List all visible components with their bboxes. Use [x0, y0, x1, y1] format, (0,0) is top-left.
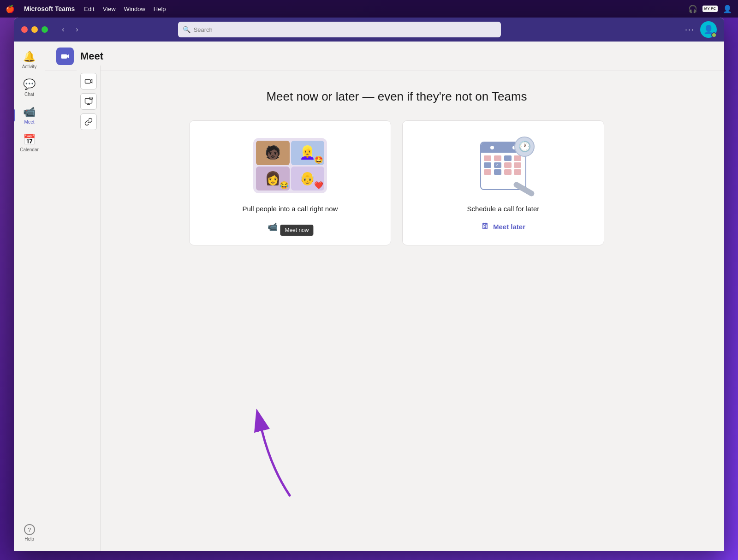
meet-now-btn-wrapper: 📹 Meet now Meet now	[268, 222, 313, 232]
video-cell-4: 👴 ❤️	[291, 167, 325, 191]
forward-button[interactable]: ›	[71, 24, 83, 36]
meet-now-tooltip: Meet now	[280, 225, 313, 236]
chat-icon: 💬	[23, 78, 36, 90]
minimize-button[interactable]	[31, 26, 38, 33]
apple-user-icon: 👤	[722, 4, 732, 14]
avatar-face-3: 👩	[265, 172, 281, 185]
search-icon: 🔍	[183, 26, 190, 33]
sidebar-label-chat: Chat	[24, 92, 34, 97]
more-options-button[interactable]: ···	[685, 25, 695, 35]
main-content: Meet Meet now or later — even if they're…	[45, 42, 724, 551]
video-grid: 🧑🏿 👱‍♀️ 🤩 👩 😂	[253, 138, 327, 193]
calendar-icon: 📅	[23, 134, 36, 146]
meet-now-card: 🧑🏿 👱‍♀️ 🤩 👩 😂	[189, 120, 391, 245]
cal-cell	[504, 169, 512, 175]
sidebar-item-calendar[interactable]: 📅 Calendar	[17, 130, 42, 156]
app-window: ‹ › 🔍 ··· 👤 🔔 Activity 💬	[14, 18, 724, 551]
meet-now-illustration: 🧑🏿 👱‍♀️ 🤩 👩 😂	[253, 136, 327, 196]
cal-cell	[494, 155, 501, 161]
meet-later-icon: 🗓	[481, 222, 489, 232]
emoji-overlay-4: ❤️	[314, 181, 323, 190]
meet-now-icon: 📹	[268, 222, 278, 232]
video-cell-3: 👩 😂	[256, 167, 290, 191]
cal-cell	[484, 169, 491, 175]
sidebar-label-calendar: Calendar	[20, 147, 39, 152]
sub-sidebar	[77, 66, 101, 551]
calendar-illus: ✓ 🕐	[471, 136, 536, 196]
avatar-face-1: 🧑🏿	[265, 146, 281, 159]
titlebar-right: ··· 👤	[685, 21, 717, 38]
menu-edit[interactable]: Edit	[84, 6, 94, 12]
avatar-button[interactable]: 👤	[700, 21, 717, 38]
cal-cell	[514, 169, 521, 175]
sidebar-label-activity: Activity	[22, 64, 37, 69]
sidebar-item-activity[interactable]: 🔔 Activity	[17, 47, 42, 73]
content-area-wrapper: Meet Meet now or later — even if they're…	[45, 42, 724, 551]
sidebar-label-meet: Meet	[24, 119, 34, 125]
search-bar: 🔍	[178, 22, 501, 37]
new-meeting-button[interactable]	[80, 73, 97, 89]
meet-later-button[interactable]: 🗓 Meet later	[481, 222, 525, 232]
svg-rect-0	[85, 79, 90, 83]
cal-dot-1	[490, 146, 494, 149]
avatar-face-4: 👴	[299, 172, 315, 185]
titlebar: ‹ › 🔍 ··· 👤	[14, 18, 724, 42]
tagline: Meet now or later — even if they're not …	[266, 89, 527, 104]
emoji-overlay-2: 🤩	[314, 155, 323, 164]
back-button[interactable]: ‹	[57, 24, 69, 36]
share-screen-button[interactable]	[80, 93, 97, 110]
meet-later-card: ✓ 🕐	[402, 120, 604, 245]
cal-cell-check: ✓	[494, 162, 501, 168]
mypc-badge: MY PC	[702, 6, 718, 12]
help-icon: ?	[24, 524, 35, 535]
meet-later-label: Meet later	[493, 223, 525, 231]
traffic-lights	[21, 26, 48, 33]
cal-cell	[514, 162, 521, 168]
sidebar-label-help: Help	[24, 536, 34, 542]
meet-later-desc: Schedule a call for later	[467, 205, 540, 213]
close-button[interactable]	[21, 26, 28, 33]
page-icon	[56, 48, 74, 65]
sidebar-item-help[interactable]: ? Help	[17, 520, 42, 545]
meet-later-illustration: ✓ 🕐	[466, 136, 540, 196]
menubar-right: 🎧 MY PC 👤	[688, 4, 732, 14]
menu-help[interactable]: Help	[154, 6, 166, 12]
sidebar: 🔔 Activity 💬 Chat 📹 Meet 📅 Calendar ? He…	[14, 42, 45, 551]
activity-icon: 🔔	[23, 51, 36, 63]
meet-icon: 📹	[23, 106, 36, 118]
cal-cell	[484, 155, 491, 161]
arrow-annotation	[244, 403, 317, 505]
search-input[interactable]	[178, 22, 501, 37]
clock-icon: 🕐	[514, 137, 535, 157]
content-body: Meet now or later — even if they're not …	[69, 71, 724, 551]
page-title: Meet	[80, 50, 103, 62]
cards-row: 🧑🏿 👱‍♀️ 🤩 👩 😂	[189, 120, 604, 245]
main-layout: 🔔 Activity 💬 Chat 📹 Meet 📅 Calendar ? He…	[14, 42, 724, 551]
video-cell-2: 👱‍♀️ 🤩	[291, 141, 325, 165]
cal-grid: ✓	[481, 153, 525, 178]
menu-window[interactable]: Window	[124, 6, 145, 12]
nav-buttons: ‹ ›	[57, 24, 83, 36]
cal-cell	[504, 162, 512, 168]
sidebar-item-chat[interactable]: 💬 Chat	[17, 75, 42, 101]
maximize-button[interactable]	[42, 26, 48, 33]
presence-badge	[711, 32, 717, 38]
apple-icon: 🍎	[6, 5, 15, 13]
video-cell-1: 🧑🏿	[256, 141, 290, 165]
menu-view[interactable]: View	[103, 6, 116, 12]
avatar-face-2: 👱‍♀️	[299, 146, 315, 159]
cal-cell-blue	[484, 162, 491, 168]
meet-now-desc: Pull people into a call right now	[243, 205, 338, 213]
svg-rect-3	[61, 54, 67, 58]
menu-items: Edit View Window Help	[84, 6, 166, 12]
app-name: Microsoft Teams	[24, 5, 75, 12]
headphone-icon: 🎧	[688, 4, 698, 14]
cal-cell-blue	[504, 155, 512, 161]
emoji-overlay-3: 😂	[280, 181, 289, 190]
cal-cell-blue	[494, 169, 501, 175]
page-header: Meet	[45, 42, 724, 71]
copy-link-button[interactable]	[80, 113, 97, 130]
menubar: 🍎 Microsoft Teams Edit View Window Help …	[0, 0, 738, 18]
sidebar-item-meet[interactable]: 📹 Meet	[17, 102, 42, 128]
